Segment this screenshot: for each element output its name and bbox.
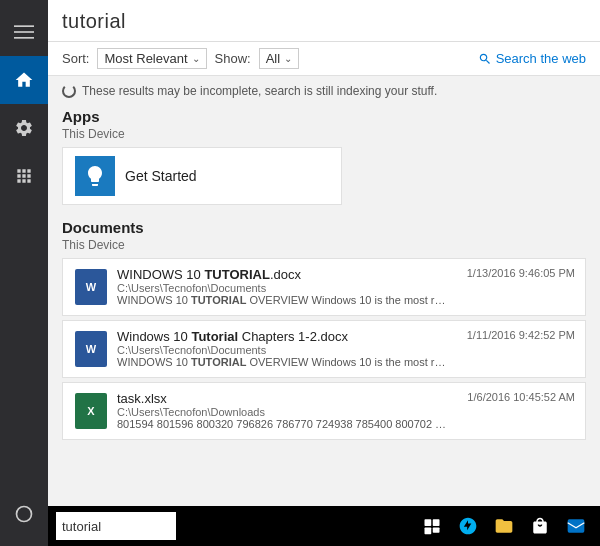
main-area: tutorial Sort: Most Relevant ⌄ Show: All… bbox=[48, 0, 600, 546]
doc-name-2: task.xlsx bbox=[117, 391, 451, 406]
doc-item-1[interactable]: W Windows 10 Tutorial Chapters 1-2.docx … bbox=[62, 320, 586, 378]
svg-rect-7 bbox=[433, 528, 440, 533]
show-label: Show: bbox=[215, 51, 251, 66]
refresh-icon bbox=[62, 84, 76, 98]
svg-rect-8 bbox=[568, 519, 585, 532]
doc-path-0: C:\Users\Tecnofon\Documents bbox=[117, 282, 451, 294]
taskbar-search-box[interactable]: tutorial bbox=[56, 512, 176, 540]
doc-item-2[interactable]: X task.xlsx C:\Users\Tecnofon\Downloads … bbox=[62, 382, 586, 440]
doc-preview-0: WINDOWS 10 TUTORIAL OVERVIEW Windows 10 … bbox=[117, 294, 451, 306]
doc-preview-1: WINDOWS 10 TUTORIAL OVERVIEW Windows 10 … bbox=[117, 356, 451, 368]
docs-section-title: Documents bbox=[62, 219, 586, 236]
svg-rect-5 bbox=[433, 519, 440, 526]
title-bar: tutorial bbox=[48, 0, 600, 42]
hamburger-icon bbox=[14, 22, 34, 42]
apps-section-subtitle: This Device bbox=[62, 127, 586, 141]
sort-label: Sort: bbox=[62, 51, 89, 66]
doc-date-1: 1/11/2016 9:42:52 PM bbox=[467, 329, 575, 341]
search-web-icon bbox=[478, 52, 492, 66]
indexing-text: These results may be incomplete, search … bbox=[82, 84, 437, 98]
doc-icon-1: W bbox=[73, 329, 109, 369]
doc-info-0: WINDOWS 10 TUTORIAL.docx C:\Users\Tecnof… bbox=[117, 267, 451, 306]
sidebar-item-settings[interactable] bbox=[0, 104, 48, 152]
content-area: These results may be incomplete, search … bbox=[48, 76, 600, 546]
outlook-icon[interactable] bbox=[560, 510, 592, 542]
app-item-get-started[interactable]: Get Started bbox=[62, 147, 342, 205]
app-icon-get-started bbox=[75, 156, 115, 196]
docs-section-subtitle: This Device bbox=[62, 238, 586, 252]
home-icon bbox=[14, 70, 34, 90]
doc-item-0[interactable]: W WINDOWS 10 TUTORIAL.docx C:\Users\Tecn… bbox=[62, 258, 586, 316]
circle-icon bbox=[14, 504, 34, 524]
word-icon-0: W bbox=[75, 269, 107, 305]
doc-name-0: WINDOWS 10 TUTORIAL.docx bbox=[117, 267, 451, 282]
gear-icon bbox=[14, 118, 34, 138]
sidebar-item-search[interactable] bbox=[0, 490, 48, 538]
doc-info-1: Windows 10 Tutorial Chapters 1-2.docx C:… bbox=[117, 329, 451, 368]
doc-path-1: C:\Users\Tecnofon\Documents bbox=[117, 344, 451, 356]
taskview-icon[interactable] bbox=[416, 510, 448, 542]
sidebar-item-menu[interactable] bbox=[0, 8, 48, 56]
page-title: tutorial bbox=[62, 10, 586, 33]
lightbulb-icon bbox=[83, 164, 107, 188]
svg-rect-1 bbox=[14, 31, 34, 33]
sort-dropdown[interactable]: Most Relevant ⌄ bbox=[97, 48, 206, 69]
taskbar: tutorial bbox=[48, 506, 600, 546]
apps-section-title: Apps bbox=[62, 108, 586, 125]
show-dropdown[interactable]: All ⌄ bbox=[259, 48, 299, 69]
taskbar-icons bbox=[416, 510, 600, 542]
doc-icon-2: X bbox=[73, 391, 109, 431]
indexing-notice: These results may be incomplete, search … bbox=[62, 84, 586, 98]
excel-icon-2: X bbox=[75, 393, 107, 429]
sidebar bbox=[0, 0, 48, 546]
doc-name-1: Windows 10 Tutorial Chapters 1-2.docx bbox=[117, 329, 451, 344]
doc-preview-2: 801594 801596 800320 796826 786770 72493… bbox=[117, 418, 451, 430]
sort-chevron-icon: ⌄ bbox=[192, 53, 200, 64]
doc-date-2: 1/6/2016 10:45:52 AM bbox=[467, 391, 575, 403]
app-name-get-started: Get Started bbox=[125, 168, 197, 184]
sidebar-item-home[interactable] bbox=[0, 56, 48, 104]
edge-icon[interactable] bbox=[452, 510, 484, 542]
file-explorer-icon[interactable] bbox=[488, 510, 520, 542]
sidebar-item-apps[interactable] bbox=[0, 152, 48, 200]
word-icon-1: W bbox=[75, 331, 107, 367]
svg-rect-4 bbox=[425, 519, 432, 526]
apps-icon bbox=[14, 166, 34, 186]
search-web-button[interactable]: Search the web bbox=[478, 51, 586, 66]
svg-rect-6 bbox=[425, 528, 432, 535]
doc-info-2: task.xlsx C:\Users\Tecnofon\Downloads 80… bbox=[117, 391, 451, 430]
doc-icon-0: W bbox=[73, 267, 109, 307]
doc-path-2: C:\Users\Tecnofon\Downloads bbox=[117, 406, 451, 418]
svg-point-3 bbox=[17, 507, 32, 522]
taskbar-search-text: tutorial bbox=[62, 519, 101, 534]
store-icon[interactable] bbox=[524, 510, 556, 542]
toolbar: Sort: Most Relevant ⌄ Show: All ⌄ Search… bbox=[48, 42, 600, 76]
doc-date-0: 1/13/2016 9:46:05 PM bbox=[467, 267, 575, 279]
svg-rect-0 bbox=[14, 25, 34, 27]
svg-rect-2 bbox=[14, 37, 34, 39]
show-chevron-icon: ⌄ bbox=[284, 53, 292, 64]
